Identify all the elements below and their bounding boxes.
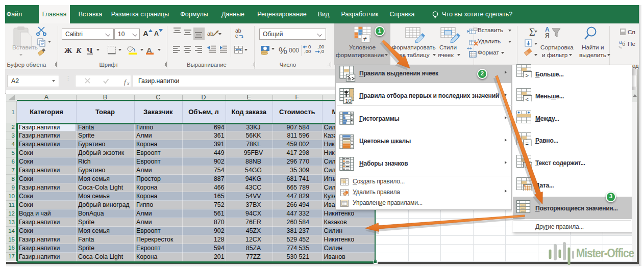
svg-text:=: =	[526, 141, 529, 146]
svg-text:<: <	[526, 96, 529, 101]
svg-text:,00: ,00	[304, 48, 311, 54]
svg-text:Ч: Ч	[87, 46, 93, 55]
svg-text:10: 10	[345, 98, 352, 104]
svg-text:000: 000	[289, 47, 299, 54]
svg-text:К: К	[76, 46, 82, 55]
svg-text:б: б	[622, 41, 625, 47]
svg-text:ab: ab	[526, 164, 531, 168]
svg-text:%: %	[279, 45, 287, 56]
svg-text:Я: Я	[545, 32, 550, 39]
svg-text:≠: ≠	[363, 35, 367, 43]
svg-text:>: >	[526, 72, 529, 77]
svg-text:c: c	[235, 33, 238, 39]
svg-text:Mister-Office: Mister-Office	[576, 246, 634, 260]
svg-text:,0: ,0	[320, 48, 324, 54]
svg-text:Ж: Ж	[64, 46, 72, 55]
svg-text:x: x	[127, 81, 130, 86]
svg-text:ab: ab	[207, 31, 213, 37]
